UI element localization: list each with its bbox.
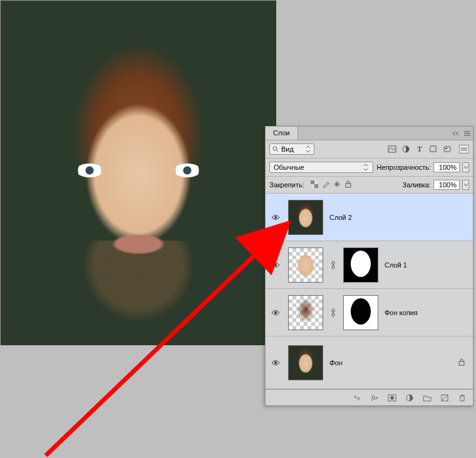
svg-point-18 [274,311,277,314]
layer-thumbnail[interactable] [288,295,323,330]
document-image[interactable] [1,1,276,345]
mask-link-icon[interactable] [329,261,337,269]
svg-rect-9 [314,184,318,188]
trash-icon[interactable] [458,393,467,402]
fill-input[interactable]: 100% [433,180,460,190]
svg-rect-11 [311,184,314,188]
mask-link-icon[interactable] [329,308,337,317]
layer-name[interactable]: Фон [329,359,343,367]
collapse-icon[interactable] [450,127,462,140]
panel-tabbar: Слои [266,127,473,140]
svg-point-14 [274,264,277,266]
fx-icon[interactable]: fx▾ [370,393,379,402]
eye-icon [271,214,280,221]
chevron-updown-icon [305,145,311,153]
fill-label: Заливка: [403,181,431,189]
layer-thumbnail[interactable] [288,200,323,235]
opacity-dropdown-icon[interactable] [462,162,469,172]
svg-rect-5 [430,146,436,152]
filter-toggle-icon[interactable] [459,145,469,154]
eye-icon [271,360,280,366]
filter-row: Вид T [266,140,473,159]
layer-kind-select[interactable]: Вид [269,143,314,155]
layer-kind-label: Вид [281,145,294,153]
tab-layers[interactable]: Слои [266,127,298,140]
lock-row: Закрепить: Заливка: 100% [266,177,473,194]
mask-icon[interactable] [388,393,396,402]
layer-mask-thumbnail[interactable] [343,247,378,283]
group-icon[interactable] [423,393,432,402]
lock-all-icon[interactable] [344,180,352,189]
svg-rect-12 [346,184,351,187]
svg-point-22 [274,362,277,364]
svg-point-25 [390,396,394,400]
shape-filter-icon[interactable] [429,145,438,154]
lock-icon [458,358,465,367]
svg-rect-23 [459,362,464,365]
eye-icon [271,262,280,268]
new-icon[interactable] [440,393,449,402]
canvas-area [0,0,276,345]
svg-point-1 [273,147,277,150]
eye-icon [271,310,280,316]
visibility-toggle[interactable] [269,214,282,221]
layer-mask-thumbnail[interactable] [343,295,378,330]
layer-name[interactable]: Слой 2 [329,214,352,221]
layer-name[interactable]: Фон копия [385,309,418,316]
image-filter-icon[interactable] [388,145,396,154]
layer-thumbnail[interactable] [288,345,323,380]
blend-mode-select[interactable]: Обычные [269,162,373,173]
layer-row[interactable]: Слой 2 [266,194,473,241]
blend-mode-value: Обычные [274,164,304,171]
visibility-toggle[interactable] [269,310,282,316]
layers-list: Слой 2 Слой 1 Фон копия Фон [266,194,473,389]
blend-row: Обычные Непрозрачность: 100% [266,159,473,177]
chevron-updown-icon [363,164,369,171]
panel-menu-icon[interactable] [462,127,473,140]
svg-rect-10 [314,180,318,184]
layers-panel: Слои Вид T Обычные Непрозрачность: [265,126,473,406]
adjust-icon[interactable] [405,393,414,402]
layer-name[interactable]: Слой 1 [385,261,407,269]
opacity-label: Непрозрачность: [377,164,431,171]
visibility-toggle[interactable] [269,262,282,268]
fill-dropdown-icon[interactable] [462,180,469,190]
visibility-toggle[interactable] [269,360,282,366]
svg-rect-7 [445,148,447,149]
search-icon [272,146,279,152]
layer-row[interactable]: Фон копия [266,289,473,336]
face-composite [44,42,232,318]
lock-position-icon[interactable] [333,180,341,189]
layer-thumbnail[interactable] [288,247,323,283]
lock-pixels-icon[interactable] [322,180,329,189]
lock-label: Закрепить: [269,181,304,189]
link-icon[interactable] [353,393,361,402]
adjustment-filter-icon[interactable] [401,145,410,154]
smart-filter-icon[interactable] [443,145,452,154]
layer-row[interactable]: Фон [266,336,473,389]
svg-rect-8 [311,180,314,184]
layer-row[interactable]: Слой 1 [266,241,473,289]
opacity-input[interactable]: 100% [433,162,460,172]
panel-footer: fx▾ [266,389,473,405]
lock-transparency-icon[interactable] [311,180,318,189]
svg-line-2 [277,150,279,152]
type-filter-icon[interactable]: T [415,145,424,154]
svg-point-13 [274,216,277,219]
